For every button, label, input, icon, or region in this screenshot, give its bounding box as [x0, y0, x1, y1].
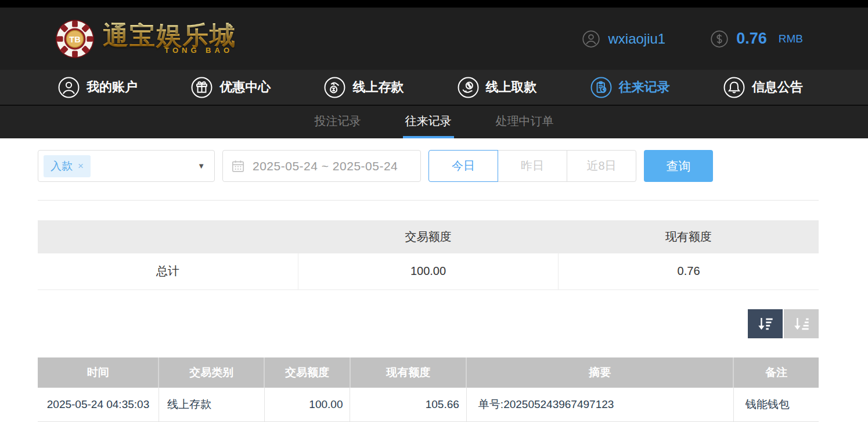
tag-remove-icon[interactable]: × — [78, 160, 84, 172]
balance-amount: 0.76 — [736, 30, 767, 48]
chevron-down-icon: ▼ — [197, 162, 205, 170]
user-account[interactable]: wxiaojiu1 — [582, 30, 665, 48]
records-header-time: 时间 — [38, 357, 159, 388]
records-header-type: 交易类别 — [159, 357, 264, 388]
yesterday-button[interactable]: 昨日 — [498, 150, 567, 182]
records-header-balance: 现有额度 — [350, 357, 466, 388]
summary-header-transaction-amount: 交易额度 — [298, 220, 558, 253]
nav-item-deposit[interactable]: 线上存款 — [324, 77, 404, 98]
deposit-icon — [324, 77, 345, 98]
tag-label: 入款 — [51, 159, 73, 174]
quick-date-buttons: 今日 昨日 近8日 — [428, 150, 636, 182]
records-header-amount: 交易额度 — [264, 357, 350, 388]
sort-amount-asc-icon — [792, 314, 811, 333]
summary-total-row: 总计 100.00 0.76 — [38, 253, 819, 289]
user-icon — [58, 77, 80, 98]
chip-text: TB — [69, 34, 80, 44]
nav-item-transaction-records[interactable]: 往来记录 — [590, 77, 670, 98]
selected-type-tag: 入款 × — [44, 155, 91, 177]
record-type: 线上存款 — [159, 388, 264, 422]
gift-icon — [191, 77, 213, 98]
summary-header-row: 交易额度 现有额度 — [38, 220, 819, 253]
date-range-input[interactable]: 2025-05-24 ~ 2025-05-24 — [222, 150, 421, 182]
app-header: TB 通宝娱乐城 TONG BAO wxiaojiu1 0.76 RMB — [0, 8, 868, 70]
records-header-remark: 备注 — [733, 357, 819, 388]
record-balance: 105.66 — [350, 388, 466, 422]
records-header-row: 时间 交易类别 交易额度 现有额度 摘要 备注 — [38, 357, 819, 388]
nav-label: 往来记录 — [619, 78, 670, 96]
date-range-value: 2025-05-24 ~ 2025-05-24 — [253, 159, 398, 173]
top-strip — [0, 0, 868, 8]
currency-label: RMB — [779, 33, 803, 45]
sort-ascending-button[interactable] — [784, 309, 819, 338]
brand-logo[interactable]: TB 通宝娱乐城 TONG BAO — [55, 19, 236, 59]
sub-navigation: 投注记录 往来记录 处理中订单 — [0, 105, 868, 138]
summary-header-empty — [38, 220, 298, 253]
nav-item-promotions[interactable]: 优惠中心 — [191, 77, 271, 98]
summary-transaction-amount: 100.00 — [298, 253, 558, 289]
summary-total-label: 总计 — [38, 253, 298, 289]
records-header-summary: 摘要 — [466, 357, 733, 388]
section-divider — [38, 200, 819, 201]
summary-header-current-amount: 现有额度 — [559, 220, 819, 253]
tab-transaction-records[interactable]: 往来记录 — [403, 106, 454, 138]
poker-chip-icon: TB — [55, 19, 95, 59]
record-time: 2025-05-24 04:35:03 — [38, 388, 159, 422]
nav-item-withdraw[interactable]: 线上取款 — [458, 77, 537, 98]
records-table: 时间 交易类别 交易额度 现有额度 摘要 备注 2025-05-24 04:35… — [38, 357, 819, 422]
table-row: 2025-05-24 04:35:03 线上存款 100.00 105.66 单… — [38, 388, 819, 422]
summary-current-amount: 0.76 — [559, 253, 819, 289]
nav-label: 线上存款 — [352, 78, 404, 96]
search-button[interactable]: 查询 — [644, 150, 713, 182]
calendar-icon — [230, 159, 246, 174]
record-summary: 单号:202505243967497123 — [466, 388, 733, 422]
brand-subtitle: TONG BAO — [164, 46, 236, 55]
username: wxiaojiu1 — [608, 31, 665, 47]
nav-label: 优惠中心 — [219, 78, 271, 96]
balance-display[interactable]: 0.76 RMB — [711, 30, 803, 48]
withdraw-icon — [458, 77, 479, 98]
nav-item-announcements[interactable]: 信息公告 — [723, 77, 803, 98]
transaction-type-select[interactable]: 入款 × ▼ — [38, 150, 215, 182]
sort-descending-button[interactable] — [748, 309, 783, 338]
nav-label: 线上取款 — [486, 78, 537, 96]
main-content: 入款 × ▼ 2025-05-24 ~ 2025-05-24 今日 昨日 近8日… — [0, 150, 868, 422]
records-icon — [590, 77, 612, 98]
record-amount: 100.00 — [264, 388, 350, 422]
main-navigation: 我的账户 优惠中心 线上存款 线上取款 — [0, 70, 868, 105]
sort-controls — [38, 309, 819, 338]
sort-amount-desc-icon — [756, 314, 775, 333]
brand-title: 通宝娱乐城 — [103, 23, 236, 48]
tab-betting-records[interactable]: 投注记录 — [312, 106, 363, 138]
bell-icon — [723, 77, 745, 98]
dollar-icon — [711, 30, 728, 48]
nav-label: 我的账户 — [87, 78, 138, 96]
last-8-days-button[interactable]: 近8日 — [567, 150, 636, 182]
summary-table: 交易额度 现有额度 总计 100.00 0.76 — [38, 220, 819, 290]
today-button[interactable]: 今日 — [428, 150, 498, 182]
nav-label: 信息公告 — [752, 78, 803, 96]
nav-item-my-account[interactable]: 我的账户 — [58, 77, 138, 98]
tab-pending-orders[interactable]: 处理中订单 — [494, 106, 556, 138]
user-icon — [582, 30, 600, 48]
filter-bar: 入款 × ▼ 2025-05-24 ~ 2025-05-24 今日 昨日 近8日… — [38, 150, 819, 182]
record-remark: 钱能钱包 — [733, 388, 819, 422]
